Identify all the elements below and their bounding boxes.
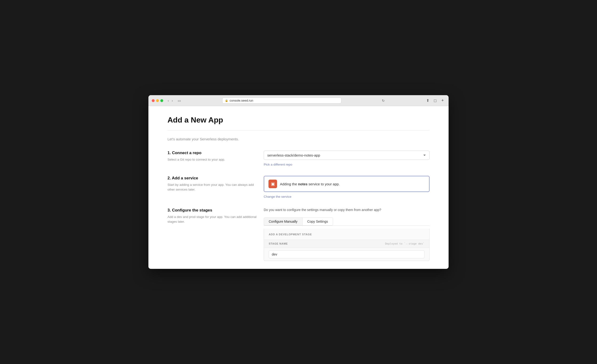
nav-buttons: ‹ › [166, 98, 174, 103]
stage-input-row [264, 248, 429, 261]
back-button[interactable]: ‹ [166, 98, 170, 103]
service-text: Adding the notes service to your app. [280, 182, 340, 186]
stage-panel: ADD A DEVELOPMENT STAGE STAGE NAME Deplo… [264, 229, 430, 261]
step2-heading: 2. Add a service [167, 176, 258, 181]
page-title: Add a New App [167, 116, 430, 124]
step3-label: 3. Configure the stages Add a dev and pr… [167, 208, 258, 261]
step2-description: Start by adding a service from your app.… [167, 182, 258, 192]
step3-description: Add a dev and prod stage for your app. Y… [167, 215, 258, 224]
pick-repo-link[interactable]: Pick a different repo [264, 163, 430, 166]
tabs: Configure Manually Copy Settings [264, 217, 430, 226]
service-icon: ▣ [268, 180, 277, 188]
step1-heading: 1. Connect a repo [167, 151, 258, 155]
traffic-light-yellow[interactable] [156, 99, 159, 102]
step2-label: 2. Add a service Start by adding a servi… [167, 176, 258, 198]
service-box: ▣ Adding the notes service to your app. [264, 176, 430, 192]
browser-chrome: ‹ › ▭ 🔒 console.seed.run ↻ ⬆ ◻ + [149, 95, 448, 106]
stage-col-name-label: STAGE NAME [269, 242, 385, 245]
step1-description: Select a Git repo to connect to your app… [167, 157, 258, 162]
service-message-prefix: Adding the [280, 182, 298, 186]
step2-content: ▣ Adding the notes service to your app. … [264, 176, 430, 198]
page-divider [167, 130, 430, 130]
address-bar: 🔒 console.seed.run [222, 98, 341, 104]
page-content: Add a New App Let's automate your Server… [149, 106, 448, 269]
step1-section: 1. Connect a repo Select a Git repo to c… [167, 151, 430, 166]
forward-button[interactable]: › [171, 98, 174, 103]
service-name: notes [298, 182, 307, 186]
traffic-light-green[interactable] [160, 99, 163, 102]
browser-window: ‹ › ▭ 🔒 console.seed.run ↻ ⬆ ◻ + Add a N… [149, 95, 448, 269]
browser-actions: ⬆ ◻ + [425, 98, 445, 104]
step3-heading: 3. Configure the stages [167, 208, 258, 213]
service-message-suffix: service to your app. [307, 182, 340, 186]
stage-col-deploy-label: Deployed to `--stage dev` [385, 242, 424, 245]
lock-icon: 🔒 [225, 99, 228, 102]
step1-content: serverless-stack/demo-notes-app Pick a d… [264, 151, 430, 166]
step1-label: 1. Connect a repo Select a Git repo to c… [167, 151, 258, 166]
change-service-link[interactable]: Change the service [264, 195, 430, 198]
step3-section: 3. Configure the stages Add a dev and pr… [167, 208, 430, 261]
share-button[interactable]: ⬆ [425, 98, 431, 103]
stage-question: Do you want to configure the settings ma… [264, 208, 430, 212]
step3-content: Do you want to configure the settings ma… [264, 208, 430, 261]
stage-table-header: STAGE NAME Deployed to `--stage dev` [264, 240, 429, 248]
fullscreen-button[interactable]: ◻ [432, 98, 438, 103]
step2-section: 2. Add a service Start by adding a servi… [167, 176, 430, 198]
reload-button[interactable]: ↻ [381, 98, 385, 103]
traffic-lights [152, 99, 163, 102]
page-subtitle: Let's automate your Serverless deploymen… [167, 137, 430, 141]
traffic-light-red[interactable] [152, 99, 155, 102]
service-icon-symbol: ▣ [271, 181, 275, 187]
stage-panel-header: ADD A DEVELOPMENT STAGE [264, 229, 429, 240]
tab-configure-manually[interactable]: Configure Manually [264, 217, 302, 226]
stage-panel-title: ADD A DEVELOPMENT STAGE [269, 233, 312, 236]
sidebar-toggle-button[interactable]: ▭ [176, 98, 182, 103]
new-tab-button[interactable]: + [440, 98, 445, 104]
repo-select[interactable]: serverless-stack/demo-notes-app [264, 151, 430, 160]
stage-name-input[interactable] [269, 250, 424, 258]
tab-copy-settings[interactable]: Copy Settings [302, 217, 333, 226]
url-text: console.seed.run [230, 99, 253, 102]
